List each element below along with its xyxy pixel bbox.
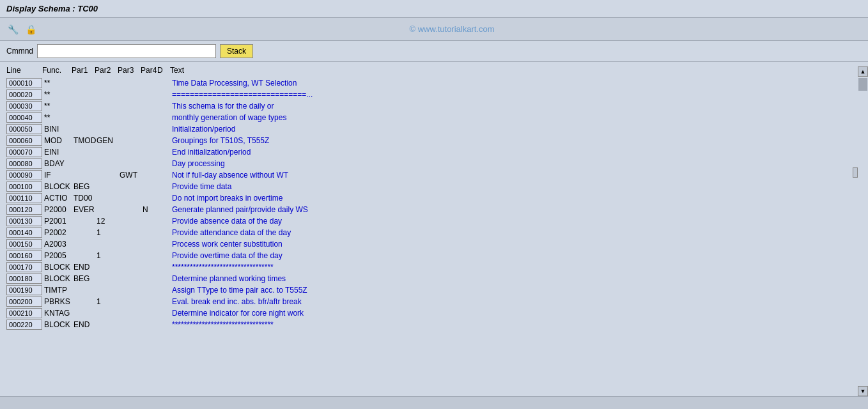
header-par1: Par1 [72,66,95,75]
table-row[interactable]: 000150A2003Process work center substitut… [6,238,855,250]
table-row[interactable]: 000220BLOCKEND**************************… [6,319,855,330]
lock-icon[interactable]: 🔒 [24,23,37,36]
scroll-up-arrow[interactable]: ▲ [858,66,868,77]
cell-func-20: KNTAG [42,308,72,318]
resize-handle[interactable] [853,167,858,178]
cell-par4-6 [141,151,157,153]
cell-func-18: TIMTP [42,285,72,295]
cell-d-1 [157,94,170,95]
cell-d-6 [157,151,170,153]
cell-d-11 [157,209,170,210]
cell-par2-11 [95,209,118,210]
cell-text-16: ********************************** [170,262,855,272]
cell-text-20: Determine indicator for core night work [170,308,855,318]
table-row[interactable]: 000010**Time Data Processing, WT Selecti… [6,77,855,89]
scroll-thumb[interactable] [858,78,867,91]
table-row[interactable]: 000040**monthly generation of wage types [6,112,855,123]
table-row[interactable]: 000190TIMTPAssign TType to time pair acc… [6,284,855,296]
table-row[interactable]: 000170BLOCKEND**************************… [6,261,855,273]
cell-par4-15 [141,255,157,256]
cell-par1-15 [72,255,95,256]
cell-func-17: BLOCK [42,274,72,284]
cell-par3-4 [118,128,141,130]
cell-line-19: 000200 [6,297,42,307]
table-row[interactable]: 000060MODTMODGENGroupings for T510S, T55… [6,135,855,146]
cell-line-10: 000110 [6,193,42,203]
cell-line-14: 000150 [6,239,42,249]
cell-text-5: Groupings for T510S, T555Z [170,135,855,146]
cell-par2-0 [95,82,118,84]
table-row[interactable]: 000180BLOCKBEGDetermine planned working … [6,273,855,284]
cell-func-2: ** [42,101,72,111]
cell-par1-16: END [72,262,95,272]
cell-d-2 [157,105,170,107]
vertical-scrollbar[interactable]: ▲ ▼ [858,66,868,396]
cell-par1-18 [72,289,95,291]
table-row[interactable]: 000120P2000EVERNGenerate planned pair/pr… [6,204,855,215]
table-row[interactable]: 000070EINIEnd initialization/period [6,146,855,158]
cell-par2-5: GEN [95,135,118,146]
cell-line-11: 000120 [6,204,42,215]
cell-par2-20 [95,313,118,314]
cell-line-15: 000160 [6,251,42,261]
cell-par2-2 [95,105,118,107]
cell-par4-12 [141,220,157,222]
cell-par1-20 [72,313,95,314]
cell-func-5: MOD [42,135,72,146]
cell-text-8: Not if full-day absence without WT [170,170,855,180]
cell-func-3: ** [42,112,72,123]
cell-par2-1 [95,94,118,95]
cell-par1-5: TMOD [72,135,95,146]
table-row[interactable]: 000160P20051Provide overtime data of the… [6,250,855,261]
table-row[interactable]: 000080BDAYDay processing [6,158,855,169]
cell-d-8 [157,174,170,176]
stack-button[interactable]: Stack [220,44,253,58]
command-input[interactable] [37,44,216,58]
cell-par4-3 [141,117,157,118]
cell-par3-3 [118,117,141,118]
wrench-icon[interactable]: 🔧 [6,23,19,36]
table-row[interactable]: 000050BINIInitialization/period [6,123,855,135]
table-row[interactable]: 000130P200112Provide absence data of the… [6,215,855,227]
header-par3: Par3 [118,66,141,75]
cell-text-1: ==============================... [170,89,855,100]
scroll-down-arrow[interactable]: ▼ [858,386,868,396]
table-row[interactable]: 000200PBRKS1Eval. break end inc. abs. bf… [6,296,855,307]
table-row[interactable]: 000020**==============================..… [6,89,855,100]
cell-line-9: 000100 [6,181,42,192]
table-row[interactable]: 000030**This schema is for the daily or [6,100,855,112]
table-row[interactable]: 000090IFGWTNot if full-day absence witho… [6,169,855,181]
cell-par3-17 [118,278,141,279]
cell-func-0: ** [42,78,72,88]
cell-line-17: 000180 [6,274,42,284]
table-row[interactable]: 000210KNTAGDetermine indicator for core … [6,307,855,319]
cell-line-12: 000130 [6,216,42,226]
cell-text-7: Day processing [170,158,855,169]
table-row[interactable]: 000110ACTIOTD00Do not import breaks in o… [6,192,855,204]
cell-func-16: BLOCK [42,262,72,272]
cell-d-17 [157,278,170,279]
cell-line-2: 000030 [6,101,42,111]
cell-par4-21 [141,324,157,325]
header-par2: Par2 [95,66,118,75]
cell-func-7: BDAY [42,158,72,169]
cell-par4-7 [141,163,157,164]
cell-func-9: BLOCK [42,181,72,192]
command-label: Cmmnd [6,47,33,56]
cell-par4-14 [141,243,157,245]
cell-par3-18 [118,289,141,291]
scroll-track[interactable] [858,77,868,386]
cell-text-2: This schema is for the daily or [170,101,855,111]
table-row[interactable]: 000100BLOCKBEGProvide time data [6,181,855,192]
cell-par2-8 [95,174,118,176]
cell-text-19: Eval. break end inc. abs. bfr/aftr break [170,297,855,307]
cell-d-10 [157,197,170,199]
cell-par2-9 [95,186,118,187]
cell-par2-17 [95,278,118,279]
cell-par3-16 [118,266,141,268]
table-row[interactable]: 000140P20021Provide attendance data of t… [6,227,855,238]
cell-d-12 [157,220,170,222]
cell-par4-0 [141,82,157,84]
cell-func-4: BINI [42,124,72,134]
cell-par2-7 [95,163,118,164]
